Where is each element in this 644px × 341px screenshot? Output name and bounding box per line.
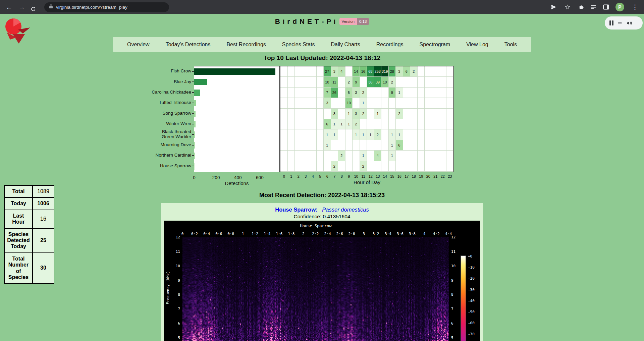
nav-item-view-log[interactable]: View Log bbox=[466, 42, 488, 48]
heatmap-cell bbox=[446, 119, 454, 129]
detection-card: House Sparrow: Passer domesticus Confide… bbox=[161, 203, 483, 341]
colorbar-tick-label: -40 bbox=[468, 298, 475, 303]
side-panel-icon[interactable] bbox=[603, 4, 609, 10]
heatmap-cell bbox=[374, 119, 382, 129]
heatmap-cell bbox=[446, 98, 454, 108]
menu-icon[interactable]: ⋮ bbox=[631, 0, 639, 14]
spectrogram-x-tick: 0·2 bbox=[191, 232, 198, 236]
heatmap-cell bbox=[367, 140, 374, 151]
heatmap-cell: 39 bbox=[374, 77, 382, 87]
heatmap-cell: 2 bbox=[338, 151, 345, 161]
stat-value-link[interactable]: 1006 bbox=[33, 197, 54, 210]
nav-item-tools[interactable]: Tools bbox=[504, 42, 517, 48]
reading-list-icon[interactable] bbox=[591, 4, 597, 10]
version-label: Version bbox=[339, 18, 357, 25]
hour-tick-label: 13 bbox=[376, 174, 380, 178]
heatmap-x-axis-label: Hour of Day bbox=[354, 179, 380, 185]
heatmap-cell bbox=[338, 98, 345, 108]
heatmap-cell: 28 bbox=[389, 66, 396, 77]
detection-species-link[interactable]: House Sparrow: bbox=[275, 207, 318, 213]
heatmap-cell bbox=[418, 109, 425, 119]
address-bar[interactable]: virginia.birdnetpi.com/?stream=play bbox=[44, 2, 169, 12]
profile-avatar[interactable]: P bbox=[615, 3, 624, 11]
heatmap-cell: 2 bbox=[360, 109, 367, 119]
detections-bar bbox=[194, 163, 195, 170]
stat-value-link[interactable]: 30 bbox=[33, 253, 54, 284]
heatmap-cell bbox=[396, 77, 403, 87]
heatmap-cell bbox=[345, 129, 353, 140]
hour-tick-label: 16 bbox=[397, 174, 401, 178]
heatmap-cell bbox=[425, 140, 432, 151]
heatmap-cell: 1 bbox=[374, 109, 382, 119]
nav-item-recordings[interactable]: Recordings bbox=[376, 42, 404, 48]
heatmap-cell bbox=[309, 66, 317, 77]
heatmap-cell bbox=[302, 161, 310, 172]
detections-bar bbox=[194, 153, 195, 159]
heatmap-cell bbox=[446, 161, 454, 172]
heatmap-cell: 2 bbox=[374, 129, 382, 140]
stat-value: 16 bbox=[33, 210, 54, 228]
colorbar-tick-label: -30 bbox=[468, 287, 475, 292]
spectrogram-x-tick: 4 bbox=[423, 232, 426, 236]
url-text[interactable]: virginia.birdnetpi.com/?stream=play bbox=[56, 5, 127, 10]
spectrogram-y-axis-label: Frequency (kHz) bbox=[166, 246, 172, 330]
heatmap-cell: 2 bbox=[410, 66, 418, 77]
hour-tick-label: 9 bbox=[348, 174, 350, 178]
spectrogram-y-tick-right: 6 bbox=[451, 321, 453, 326]
heatmap-cell bbox=[418, 129, 425, 140]
heatmap-cell bbox=[317, 140, 324, 151]
audio-player[interactable] bbox=[605, 16, 643, 30]
heatmap-cell bbox=[439, 98, 446, 108]
heatmap-cell: 3 bbox=[353, 109, 360, 119]
heatmap-cell: 1 bbox=[389, 140, 396, 151]
heatmap-cell bbox=[432, 88, 439, 98]
heatmap-cell bbox=[309, 140, 317, 151]
heatmap-cell bbox=[439, 140, 446, 151]
nav-item-today-s-detections[interactable]: Today's Detections bbox=[166, 42, 211, 48]
reload-icon[interactable] bbox=[30, 2, 39, 12]
volume-icon[interactable] bbox=[626, 20, 632, 26]
heatmap-cell: 3 bbox=[353, 88, 360, 98]
spectrogram-y-tick-right: 8 bbox=[451, 292, 453, 297]
chart-y-tick bbox=[192, 166, 194, 166]
heatmap-cell bbox=[353, 140, 360, 151]
heatmap-cell bbox=[396, 119, 403, 129]
heatmap-cell bbox=[381, 98, 389, 108]
heatmap-cell bbox=[418, 161, 425, 172]
forward-icon[interactable]: → bbox=[17, 0, 26, 14]
heatmap-cell bbox=[425, 109, 432, 119]
extensions-icon[interactable] bbox=[578, 4, 584, 10]
heatmap-cell: 9 bbox=[389, 88, 396, 98]
spectrogram-y-tick-left: 8 bbox=[166, 292, 180, 297]
nav-item-daily-charts[interactable]: Daily Charts bbox=[331, 42, 360, 48]
pause-button[interactable] bbox=[609, 20, 613, 25]
nav-item-species-stats[interactable]: Species Stats bbox=[282, 42, 315, 48]
hour-tick-label: 14 bbox=[383, 174, 387, 178]
nav-item-overview[interactable]: Overview bbox=[127, 42, 150, 48]
heatmap-cell: 6 bbox=[396, 140, 403, 151]
back-icon[interactable]: ← bbox=[5, 0, 13, 14]
heatmap-cell bbox=[302, 129, 310, 140]
nav-item-spectrogram[interactable]: Spectrogram bbox=[420, 42, 450, 48]
heatmap-cell bbox=[331, 140, 338, 151]
heatmap-cell: 1 bbox=[324, 129, 331, 140]
heatmap-cell bbox=[439, 161, 446, 172]
heatmap-cell bbox=[295, 88, 302, 98]
share-icon[interactable] bbox=[551, 4, 557, 10]
heatmap-cell bbox=[367, 88, 374, 98]
spectrogram-x-tick: 3·8 bbox=[409, 232, 416, 236]
heatmap-cell bbox=[403, 98, 411, 108]
heatmap-cell: 1 bbox=[338, 119, 345, 129]
chart-y-tick bbox=[192, 113, 194, 114]
hour-tick-label: 7 bbox=[333, 174, 335, 178]
heatmap-cell bbox=[280, 161, 288, 172]
heatmap-cell bbox=[439, 129, 446, 140]
stats-row: Total Number of Species30 bbox=[4, 253, 54, 284]
nav-item-best-recordings[interactable]: Best Recordings bbox=[226, 42, 266, 48]
bookmark-star-icon[interactable]: ☆ bbox=[563, 0, 572, 14]
stat-value-link[interactable]: 25 bbox=[33, 228, 54, 253]
heatmap-cell: 10 bbox=[381, 77, 389, 87]
chart-y-tick bbox=[192, 81, 194, 82]
heatmap-cell bbox=[381, 119, 389, 129]
heatmap-cell: 26 bbox=[331, 88, 338, 98]
